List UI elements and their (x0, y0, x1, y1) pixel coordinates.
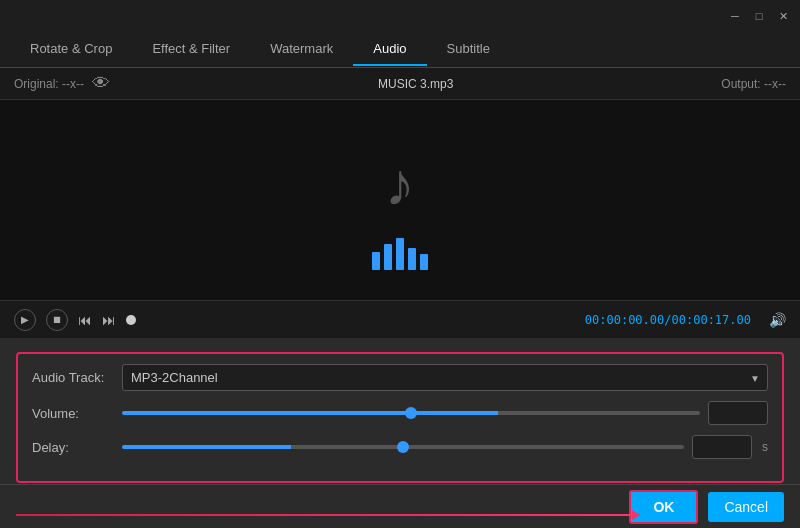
time-current: 00:00:00.00 (585, 313, 664, 327)
filename-label: MUSIC 3.mp3 (378, 77, 453, 91)
eq-bar-5 (420, 254, 428, 270)
skip-forward-icon[interactable]: ⏭ (102, 312, 116, 328)
equalizer-visual (372, 238, 428, 270)
cancel-button[interactable]: Cancel (708, 492, 784, 522)
title-bar: ─ □ ✕ (0, 0, 800, 32)
audio-track-select[interactable]: MP3-2Channel AAC-2Channel Stereo Mono (122, 364, 768, 391)
delay-label: Delay: (32, 440, 114, 455)
delay-input-group: ▲ ▼ (692, 435, 752, 459)
original-label: Original: --x-- (14, 77, 84, 91)
volume-input[interactable] (709, 403, 768, 423)
time-display: 00:00:00.00/00:00:17.00 (585, 313, 751, 327)
minimize-button[interactable]: ─ (726, 7, 744, 25)
volume-label: Volume: (32, 406, 114, 421)
volume-input-group: ▲ ▼ (708, 401, 768, 425)
time-total: 00:00:17.00 (672, 313, 751, 327)
preview-area: ♪ (0, 100, 800, 300)
tab-watermark[interactable]: Watermark (250, 33, 353, 66)
arrow-decoration (16, 514, 640, 516)
audio-track-select-wrapper: MP3-2Channel AAC-2Channel Stereo Mono ▼ (122, 364, 768, 391)
eq-bar-2 (384, 244, 392, 270)
settings-panel: Audio Track: MP3-2Channel AAC-2Channel S… (0, 338, 800, 493)
music-note-icon: ♪ (385, 150, 415, 219)
volume-slider[interactable] (122, 411, 700, 415)
arrow-head (632, 510, 640, 520)
volume-icon[interactable]: 🔊 (769, 312, 786, 328)
audio-settings-panel: Audio Track: MP3-2Channel AAC-2Channel S… (16, 352, 784, 483)
delay-row: Delay: ▲ ▼ s (32, 435, 768, 459)
preview-header: Original: --x-- 👁 MUSIC 3.mp3 Output: --… (0, 68, 800, 100)
progress-indicator[interactable] (126, 315, 136, 325)
tab-audio[interactable]: Audio (353, 33, 426, 66)
stop-button[interactable]: ⏹ (46, 309, 68, 331)
delay-slider-wrapper (122, 445, 684, 449)
volume-slider-wrapper (122, 411, 700, 415)
skip-back-icon[interactable]: ⏮ (78, 312, 92, 328)
play-button[interactable]: ▶ (14, 309, 36, 331)
tab-rotate-crop[interactable]: Rotate & Crop (10, 33, 132, 66)
delay-unit-label: s (762, 440, 768, 454)
close-button[interactable]: ✕ (774, 7, 792, 25)
tab-effect-filter[interactable]: Effect & Filter (132, 33, 250, 66)
eq-bar-4 (408, 248, 416, 270)
eye-icon[interactable]: 👁 (92, 73, 110, 94)
delay-slider[interactable] (122, 445, 684, 449)
maximize-button[interactable]: □ (750, 7, 768, 25)
tab-bar: Rotate & Crop Effect & Filter Watermark … (0, 32, 800, 68)
volume-row: Volume: ▲ ▼ (32, 401, 768, 425)
eq-bar-1 (372, 252, 380, 270)
output-label: Output: --x-- (721, 77, 786, 91)
controls-bar: ▶ ⏹ ⏮ ⏭ 00:00:00.00/00:00:17.00 🔊 (0, 300, 800, 338)
eq-bar-3 (396, 238, 404, 270)
bottom-bar: OK Cancel (0, 484, 800, 528)
tab-subtitle[interactable]: Subtitle (427, 33, 510, 66)
audio-track-row: Audio Track: MP3-2Channel AAC-2Channel S… (32, 364, 768, 391)
delay-input[interactable] (693, 437, 752, 457)
audio-track-label: Audio Track: (32, 370, 114, 385)
